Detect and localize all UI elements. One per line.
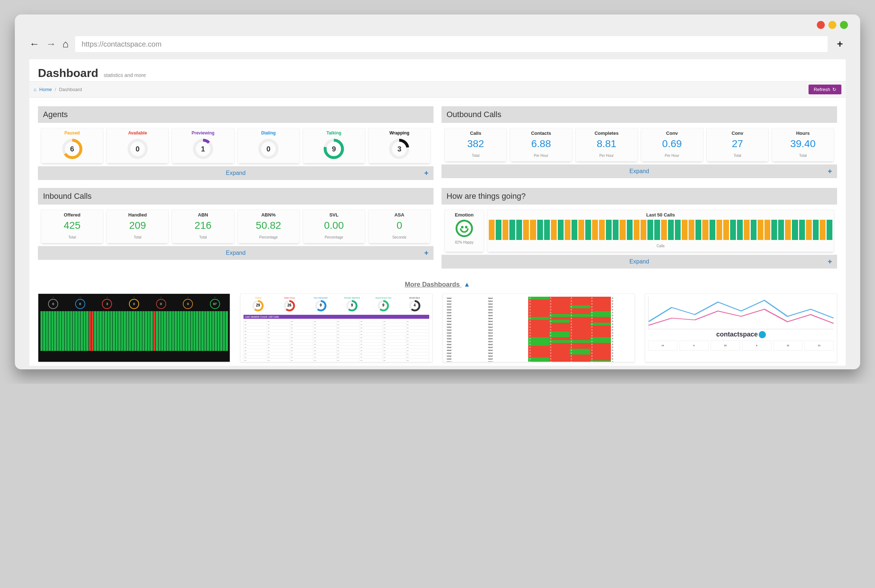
call-bar (502, 220, 508, 240)
call-bar (544, 220, 550, 240)
agents-expand[interactable]: Expand + (38, 166, 433, 180)
gauge-value: 0 (126, 138, 149, 160)
call-bar (827, 220, 832, 240)
stat-card: Hours 39.40 Total (772, 128, 834, 162)
call-bar (496, 220, 502, 240)
page-content: Dashboard statistics and more ⌂ Home / D… (29, 59, 846, 366)
stat-value: 0.00 (304, 220, 363, 231)
stat-value: 39.40 (773, 138, 832, 150)
agent-gauge: Dialing 0 (237, 128, 300, 164)
agent-gauge: Paused 6 (41, 128, 103, 164)
expand-label: Expand (629, 258, 649, 265)
contactspace-logo: contactspace (648, 331, 834, 338)
gauge-label: Available (108, 130, 167, 135)
gauge-value: 9 (323, 138, 345, 160)
call-bar (689, 220, 694, 240)
call-bar (489, 220, 494, 240)
stat-card: Completes 8.81 Per Hour (575, 128, 638, 162)
dashboard-thumbnails: •0•0•3•0•0•0•97 Called29Sales Drop26Not … (38, 294, 837, 366)
stat-label: ABN% (239, 212, 298, 218)
expand-label: Expand (629, 168, 649, 174)
close-icon[interactable] (817, 21, 825, 29)
more-dashboards-label: More Dashboards (405, 281, 460, 288)
call-bar (606, 220, 611, 240)
stat-label: Offered (43, 212, 102, 218)
stat-value: 382 (446, 138, 505, 150)
refresh-label: Refresh (814, 87, 830, 92)
going-title: How are things going? (442, 188, 837, 204)
stat-sub: Per Hour (599, 154, 614, 158)
outbound-expand[interactable]: Expand + (442, 165, 837, 178)
page-title: Dashboard statistics and more (38, 66, 837, 80)
home-icon: ⌂ (34, 87, 36, 92)
agents-title: Agents (38, 106, 433, 123)
refresh-button[interactable]: Refresh ↻ (809, 85, 841, 94)
breadcrumb-home[interactable]: Home (39, 87, 52, 92)
stat-card: Calls 382 Total (444, 128, 507, 162)
last50-sub: Calls (656, 244, 664, 248)
call-bar (592, 220, 598, 240)
minimize-icon[interactable] (829, 21, 836, 29)
plus-icon: + (424, 249, 429, 257)
call-bar (537, 220, 543, 240)
stat-value: 0.69 (643, 138, 701, 150)
call-bar (806, 220, 812, 240)
inbound-title: Inbound Calls (38, 188, 433, 204)
agent-gauge: Talking 9 (303, 128, 365, 164)
stat-label: Contacts (512, 130, 571, 136)
thumbnail-2[interactable]: Called29Sales Drop26Not Interested9Answe… (240, 294, 433, 362)
more-dashboards-link[interactable]: More Dashboards ▲ (38, 272, 837, 294)
going-body: Emotion 82% Happy Last 50 Calls Calls (442, 204, 837, 255)
url-input[interactable]: https://contactspace.com (75, 36, 828, 52)
home-icon[interactable]: ⌂ (63, 38, 69, 50)
new-tab-icon[interactable]: + (834, 38, 846, 50)
stat-label: ASA (370, 212, 429, 218)
browser-window: ← → ⌂ https://contactspace.com + Dashboa… (15, 15, 860, 369)
stat-sub: Per Hour (534, 154, 548, 158)
stat-value: 8.81 (577, 138, 636, 150)
inbound-expand[interactable]: Expand + (38, 246, 433, 260)
call-bar (509, 220, 515, 240)
call-bar (654, 220, 660, 240)
plus-icon: + (828, 167, 832, 176)
emotion-card: Emotion 82% Happy (444, 210, 484, 252)
stat-sub: Total (199, 235, 207, 239)
page-title-text: Dashboard (38, 66, 98, 80)
going-expand[interactable]: Expand + (442, 255, 837, 268)
call-bar (641, 220, 646, 240)
forward-icon[interactable]: → (46, 38, 56, 50)
gauge-label: Talking (304, 130, 363, 135)
stat-label: ABN (174, 212, 232, 218)
thumbnail-1[interactable]: •0•0•3•0•0•0•97 (38, 294, 230, 362)
call-bar (599, 220, 605, 240)
expand-label: Expand (226, 170, 245, 176)
refresh-icon: ↻ (832, 87, 836, 92)
stat-sub: Total (134, 235, 141, 239)
browser-toolbar: ← → ⌂ https://contactspace.com + (29, 36, 846, 52)
thumbnail-3[interactable]: labellabel00000labellabel00000labellabel… (442, 294, 635, 362)
call-bar (778, 220, 784, 240)
stat-card: Contacts 6.88 Per Hour (510, 128, 572, 162)
agents-body: Paused 6 Available 0 Previewing 1 Dialin… (38, 123, 433, 166)
inbound-body: Offered 425 Total Handled 209 Total ABN … (38, 204, 433, 246)
chevron-up-icon: ▲ (464, 281, 470, 288)
call-bar (799, 220, 805, 240)
call-bar (764, 220, 770, 240)
call-bar (585, 220, 591, 240)
maximize-icon[interactable] (840, 21, 848, 29)
plus-icon: + (424, 169, 429, 177)
call-bar (723, 220, 729, 240)
last50-card: Last 50 Calls Calls (487, 210, 834, 252)
agent-gauge: Previewing 1 (172, 128, 234, 164)
back-icon[interactable]: ← (29, 38, 39, 50)
stat-card: Handled 209 Total (106, 210, 169, 243)
call-bar (551, 220, 557, 240)
call-bar (737, 220, 743, 240)
call-bar (751, 220, 757, 240)
stat-value: 216 (174, 220, 232, 231)
call-bar (792, 220, 798, 240)
gauge-value: 0 (257, 138, 280, 160)
call-bar (647, 220, 653, 240)
thumbnail-4[interactable]: contactspace 1462091521 (645, 294, 837, 362)
gauge-label: Previewing (174, 130, 232, 135)
